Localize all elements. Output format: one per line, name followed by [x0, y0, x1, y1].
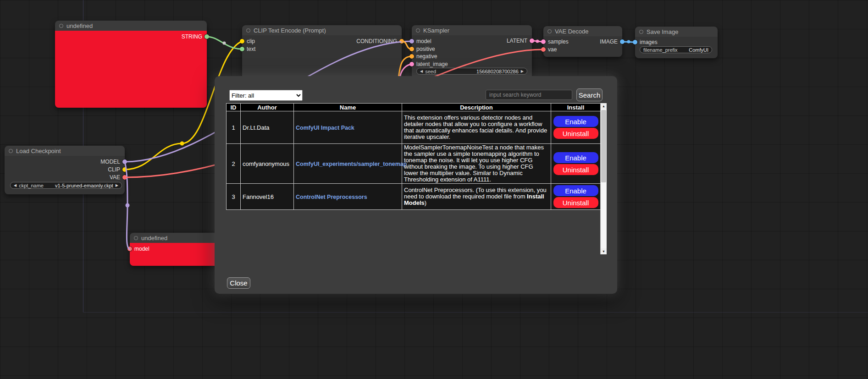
- output-port-string[interactable]: [205, 34, 209, 39]
- header-description: Description: [402, 104, 551, 111]
- cell-author: comfyanonymous: [241, 144, 294, 184]
- enable-button[interactable]: Enable: [553, 185, 598, 196]
- decrement-arrow-icon[interactable]: ◀: [420, 70, 423, 73]
- node-titlebar[interactable]: CLIP Text Encode (Prompt): [242, 25, 402, 35]
- node-save-image[interactable]: Save Image images filename_prefix ComfyU…: [635, 27, 718, 58]
- header-id: ID: [227, 104, 241, 111]
- cell-install: Enable Uninstall: [551, 144, 601, 184]
- enable-button[interactable]: Enable: [553, 116, 598, 127]
- input-port-model[interactable]: [409, 39, 414, 44]
- custom-nodes-manager-dialog: Filter: all Search ID Author Name Descri…: [215, 76, 617, 294]
- description-text: ControlNet Preprocessors. (To use this e…: [404, 187, 547, 200]
- output-port-model[interactable]: [122, 159, 127, 164]
- uninstall-button[interactable]: Uninstall: [553, 164, 598, 175]
- link-dot-model[interactable]: [126, 203, 130, 208]
- next-arrow-icon[interactable]: ▶: [116, 184, 118, 187]
- input-port-negative[interactable]: [409, 54, 414, 59]
- enable-button[interactable]: Enable: [553, 152, 598, 163]
- node-titlebar[interactable]: Load Checkpoint: [5, 146, 125, 156]
- table-header-row: ID Author Name Description Install: [227, 104, 601, 111]
- output-slot: IMAGE: [600, 38, 625, 45]
- node-titlebar[interactable]: Save Image: [635, 27, 718, 37]
- scrollbar-thumb[interactable]: [601, 110, 606, 182]
- input-slot: text: [240, 46, 255, 52]
- ckpt-name-widget[interactable]: ◀ ckpt_name v1-5-pruned-emaonly.ckpt ▶: [10, 182, 122, 189]
- link-dot-clip[interactable]: [180, 142, 184, 146]
- extension-link[interactable]: ComfyUI Impact Pack: [296, 125, 354, 131]
- link-dot-latent[interactable]: [536, 40, 539, 43]
- collapse-toggle-icon[interactable]: [639, 30, 643, 34]
- table-scrollbar[interactable]: ▲ ▼: [600, 103, 607, 254]
- wire-string: [207, 37, 242, 49]
- node-title: Save Image: [647, 28, 678, 35]
- output-port-latent[interactable]: [530, 38, 534, 43]
- slot-label: STRING: [182, 33, 202, 40]
- extensions-table-wrap: ID Author Name Description Install 1 Dr.…: [226, 103, 607, 254]
- header-name: Name: [294, 104, 402, 111]
- filename-prefix-widget[interactable]: filename_prefix ComfyUI: [640, 46, 712, 53]
- cell-install: Enable Uninstall: [551, 111, 601, 144]
- node-body: model positive negative latent_image LAT…: [412, 35, 532, 79]
- previous-arrow-icon[interactable]: ◀: [14, 184, 17, 187]
- node-vae-decode[interactable]: VAE Decode samples vae IMAGE: [543, 26, 622, 57]
- collapse-toggle-icon[interactable]: [416, 28, 420, 33]
- input-port-positive[interactable]: [409, 47, 414, 51]
- input-port-samples[interactable]: [541, 39, 546, 44]
- extensions-table: ID Author Name Description Install 1 Dr.…: [226, 103, 601, 210]
- link-dot-string[interactable]: [223, 42, 226, 45]
- node-undefined-top[interactable]: undefined STRING: [55, 21, 207, 108]
- collapse-toggle-icon[interactable]: [547, 29, 552, 33]
- input-port-model[interactable]: [127, 247, 132, 251]
- cell-id: 1: [227, 111, 241, 144]
- output-port-vae[interactable]: [122, 175, 127, 180]
- slot-label: CLIP: [108, 166, 120, 173]
- node-titlebar[interactable]: undefined: [55, 21, 207, 31]
- input-port-text[interactable]: [240, 47, 244, 51]
- input-slot: images: [633, 39, 658, 45]
- output-port-clip[interactable]: [122, 167, 127, 172]
- extension-row: 3 Fannovel16 ControlNet Preprocessors Co…: [227, 184, 601, 210]
- collapse-toggle-icon[interactable]: [246, 28, 250, 33]
- collapse-toggle-icon[interactable]: [134, 236, 138, 240]
- filter-select[interactable]: Filter: all: [229, 90, 303, 101]
- cell-id: 2: [227, 144, 241, 184]
- input-port-vae[interactable]: [541, 47, 546, 52]
- collapse-toggle-icon[interactable]: [59, 24, 63, 28]
- input-port-clip[interactable]: [240, 39, 244, 44]
- increment-arrow-icon[interactable]: ▶: [521, 70, 524, 73]
- input-port-latent-image[interactable]: [409, 62, 414, 66]
- extension-link[interactable]: ComfyUI_experiments/sampler_tonemap: [296, 161, 407, 167]
- header-install: Install: [551, 104, 601, 111]
- slot-label: model: [416, 38, 431, 44]
- output-port-conditioning[interactable]: [399, 39, 404, 44]
- slot-label: MODEL: [100, 159, 120, 165]
- node-titlebar[interactable]: VAE Decode: [543, 26, 622, 36]
- slot-label: latent_image: [416, 61, 448, 67]
- link-dot-image[interactable]: [627, 40, 630, 44]
- uninstall-button[interactable]: Uninstall: [553, 128, 598, 139]
- node-load-checkpoint[interactable]: Load Checkpoint MODEL CLIP VAE ◀ ckpt_na…: [5, 146, 125, 194]
- extension-link[interactable]: ControlNet Preprocessors: [296, 194, 367, 200]
- scrollbar-down-icon[interactable]: ▼: [601, 248, 607, 254]
- cell-description: ControlNet Preprocessors. (To use this e…: [402, 184, 551, 210]
- collapse-toggle-icon[interactable]: [9, 149, 13, 153]
- slot-label: samples: [548, 38, 569, 45]
- node-title: undefined: [141, 235, 167, 242]
- search-button[interactable]: Search: [576, 88, 603, 101]
- extension-row: 1 Dr.Lt.Data ComfyUI Impact Pack This ex…: [227, 111, 601, 144]
- node-titlebar[interactable]: KSampler: [412, 25, 532, 35]
- input-port-images[interactable]: [633, 40, 637, 44]
- scrollbar-up-icon[interactable]: ▲: [601, 103, 607, 109]
- output-slot: LATENT: [507, 38, 534, 44]
- slot-label: positive: [416, 46, 435, 52]
- seed-widget[interactable]: ◀ seed 156680208700286 ▶: [416, 68, 527, 75]
- widget-label: filename_prefix: [643, 47, 678, 53]
- node-title: KSampler: [423, 27, 449, 34]
- close-button[interactable]: Close: [227, 277, 250, 289]
- output-slot: MODEL: [100, 159, 127, 165]
- node-ksampler[interactable]: KSampler model positive negative latent_…: [412, 25, 532, 79]
- search-input[interactable]: [486, 90, 572, 100]
- uninstall-button[interactable]: Uninstall: [553, 197, 598, 208]
- node-title: CLIP Text Encode (Prompt): [254, 27, 326, 34]
- output-port-image[interactable]: [620, 39, 625, 44]
